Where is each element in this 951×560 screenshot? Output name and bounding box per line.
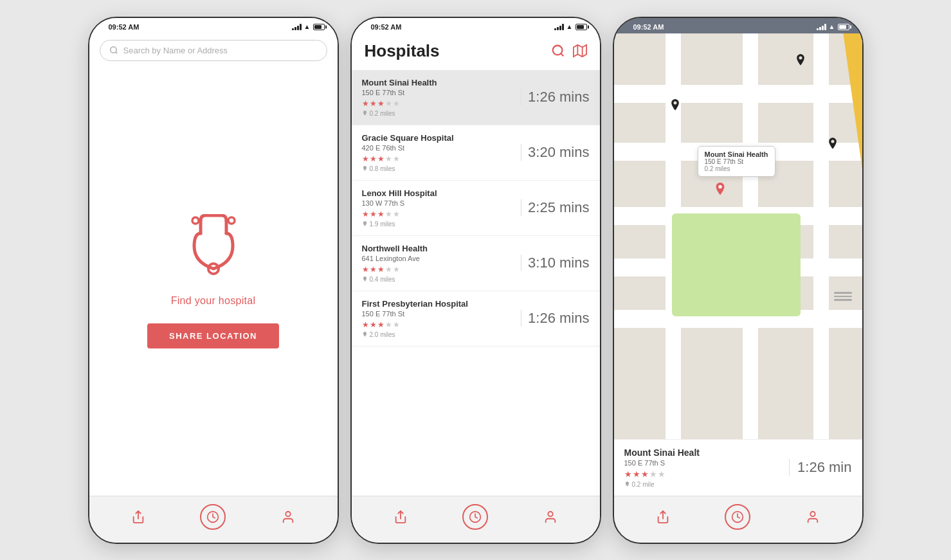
- hospital-item-1[interactable]: Mount Sinai Health 150 E 77th St ★ ★ ★ ★…: [352, 70, 600, 125]
- svg-point-0: [110, 47, 116, 53]
- svg-point-19: [673, 101, 676, 104]
- hospital-name-2: Gracie Square Hospital: [362, 133, 515, 143]
- svg-point-17: [548, 511, 552, 516]
- nav-profile-3[interactable]: [802, 507, 823, 527]
- star: ★: [377, 154, 385, 163]
- hospital-time-1: 1:26 mins: [521, 89, 589, 105]
- star: ★: [624, 469, 632, 479]
- find-hospital-label: Find your hospital: [171, 295, 256, 307]
- star: ★: [633, 469, 640, 479]
- search-bar-container: Search by Name or Address: [89, 33, 338, 68]
- hospital-stars-3: ★ ★ ★ ★ ★: [362, 210, 515, 219]
- person-icon-3: [806, 510, 820, 524]
- hospital-item-5[interactable]: First Presbyterian Hospital 150 E 77th S…: [352, 291, 600, 347]
- star-empty: ★: [393, 265, 400, 274]
- battery-icon-3: [838, 24, 849, 30]
- pin-icon-card: [624, 481, 630, 488]
- wifi-icon-2: ▲: [566, 23, 573, 30]
- hospital-name-5: First Presbyterian Hospital: [362, 299, 515, 309]
- star: ★: [377, 99, 385, 108]
- map-header-icon[interactable]: [573, 44, 587, 58]
- star: ★: [370, 99, 377, 108]
- map-bottom-card[interactable]: Mount Sinai Healt 150 E 77th S ★ ★ ★ ★ ★…: [614, 439, 862, 496]
- hospital-distance-4: 0.4 miles: [362, 276, 515, 283]
- map-card-name: Mount Sinai Healt: [624, 447, 790, 458]
- share-icon-3: [656, 510, 670, 524]
- search-input-placeholder: Search by Name or Address: [123, 46, 318, 55]
- star: ★: [370, 210, 377, 219]
- share-location-button[interactable]: SHARE LOCATION: [147, 323, 279, 348]
- star-empty: ★: [393, 320, 400, 329]
- nav-share[interactable]: [128, 507, 149, 527]
- battery-icon: [313, 24, 325, 30]
- wifi-icon: ▲: [304, 23, 311, 30]
- tooltip-dist: 0.2 miles: [705, 165, 768, 172]
- bottom-nav-3: [614, 496, 862, 543]
- nav-clock[interactable]: [200, 504, 226, 530]
- star: ★: [370, 320, 377, 329]
- svg-point-10: [552, 46, 562, 55]
- pin-icon: [362, 110, 368, 117]
- drag-line: [834, 299, 852, 301]
- main-content: Find your hospital SHARE LOCATION: [89, 68, 338, 496]
- hospital-address-5: 150 E 77th St: [362, 310, 515, 318]
- drag-handle[interactable]: [834, 292, 852, 301]
- star-empty: ★: [393, 154, 400, 163]
- hospital-stars-2: ★ ★ ★ ★ ★: [362, 154, 515, 163]
- nav-clock-3[interactable]: [725, 504, 750, 530]
- star-empty: ★: [658, 469, 666, 479]
- map-area[interactable]: Mount Sinai Health 150 E 77th St 0.2 mil…: [614, 33, 862, 439]
- map-pin-red-selected: [713, 181, 727, 202]
- svg-point-24: [810, 511, 815, 516]
- pin-icon: [362, 331, 368, 338]
- search-bar[interactable]: Search by Name or Address: [100, 40, 327, 61]
- hospital-address-4: 641 Lexington Ave: [362, 255, 515, 262]
- hospital-info-1: Mount Sinai Health 150 E 77th St ★ ★ ★ ★…: [362, 78, 515, 117]
- stethoscope-icon: [181, 214, 246, 285]
- svg-point-21: [718, 185, 722, 188]
- nav-share-2[interactable]: [390, 507, 411, 527]
- hospital-distance-2: 0.8 miles: [362, 165, 515, 172]
- hospital-stars-4: ★ ★ ★ ★ ★: [362, 265, 515, 274]
- nav-clock-2[interactable]: [462, 504, 488, 530]
- signal-icon-3: [817, 24, 826, 30]
- svg-marker-12: [573, 45, 586, 57]
- clock-icon: [206, 510, 219, 523]
- hospital-time-5: 1:26 mins: [521, 310, 589, 327]
- nav-share-3[interactable]: [653, 507, 673, 527]
- hospital-info-3: Lenox Hill Hospital 130 W 77th S ★ ★ ★ ★…: [362, 188, 515, 228]
- nav-profile-2[interactable]: [540, 507, 561, 527]
- phone-1: 09:52 AM ▲ Search by Name or Address: [88, 17, 339, 544]
- star: ★: [641, 469, 649, 479]
- phone-2: 09:52 AM ▲ Hospitals: [350, 17, 601, 544]
- svg-line-1: [115, 52, 117, 54]
- svg-line-11: [561, 53, 563, 56]
- tooltip-addr: 150 E 77th St: [705, 158, 768, 165]
- hospital-address-3: 130 W 77th S: [362, 199, 515, 207]
- clock-icon-3: [731, 510, 744, 523]
- road-v3: [813, 33, 829, 439]
- star: ★: [362, 99, 369, 108]
- star: ★: [362, 154, 369, 163]
- hospital-name-1: Mount Sinai Health: [362, 78, 515, 87]
- hospital-name-3: Lenox Hill Hospital: [362, 188, 515, 198]
- signal-icon-2: [554, 24, 564, 30]
- hospital-info-5: First Presbyterian Hospital 150 E 77th S…: [362, 299, 515, 338]
- map-card-info: Mount Sinai Healt 150 E 77th S ★ ★ ★ ★ ★…: [624, 447, 790, 488]
- search-header-icon[interactable]: [551, 44, 565, 58]
- star-empty: ★: [649, 469, 657, 479]
- drag-line: [834, 296, 852, 298]
- status-bar-2: 09:52 AM ▲: [352, 18, 600, 33]
- nav-profile[interactable]: [278, 507, 298, 527]
- star-empty: ★: [385, 99, 392, 108]
- status-icons-3: ▲: [817, 23, 849, 30]
- hospital-distance-3: 1.9 miles: [362, 221, 515, 228]
- svg-point-18: [799, 56, 802, 59]
- person-icon: [281, 510, 295, 524]
- star-empty: ★: [385, 265, 392, 274]
- hospital-item-3[interactable]: Lenox Hill Hospital 130 W 77th S ★ ★ ★ ★…: [352, 181, 600, 236]
- hospital-distance-1: 0.2 miles: [362, 110, 515, 117]
- hospital-item-2[interactable]: Gracie Square Hospital 420 E 76th St ★ ★…: [352, 125, 600, 181]
- time-3: 09:52 AM: [627, 23, 664, 31]
- hospital-item-4[interactable]: Northwell Health 641 Lexington Ave ★ ★ ★…: [352, 236, 600, 291]
